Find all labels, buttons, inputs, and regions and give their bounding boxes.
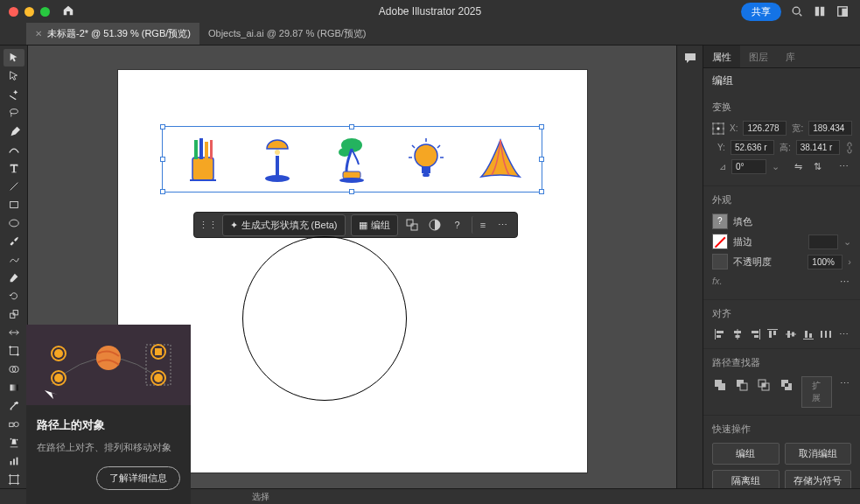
svg-rect-70 xyxy=(805,331,808,338)
x-field[interactable] xyxy=(743,121,787,136)
circle-path-object[interactable] xyxy=(242,236,407,401)
pen-tool[interactable] xyxy=(3,122,24,140)
rotate-tool[interactable] xyxy=(3,287,24,304)
opacity-swatch[interactable] xyxy=(712,254,728,270)
tab-properties[interactable]: 属性 xyxy=(703,46,740,67)
blend-tool[interactable] xyxy=(3,416,24,433)
handle-bm[interactable] xyxy=(349,189,354,194)
close-window[interactable] xyxy=(9,7,18,17)
intersect-icon[interactable] xyxy=(757,376,773,394)
direct-selection-tool[interactable] xyxy=(3,67,24,85)
exclude-icon[interactable] xyxy=(779,376,795,394)
ellipse-tool[interactable] xyxy=(3,214,24,232)
flip-vertical-icon[interactable]: ⇅ xyxy=(809,160,825,174)
more-options-icon[interactable]: ⋯ xyxy=(837,376,851,390)
handle-tr[interactable] xyxy=(539,124,544,130)
ungroup-button[interactable]: 取消编组 xyxy=(785,443,852,465)
more-icon[interactable]: ⋯ xyxy=(494,216,512,234)
artboard-tool[interactable] xyxy=(3,471,24,488)
scale-tool[interactable] xyxy=(3,305,24,323)
recolor-icon[interactable] xyxy=(426,216,444,234)
align-top-icon[interactable] xyxy=(766,327,780,341)
width-tool[interactable] xyxy=(3,324,24,341)
symbol-sprayer-tool[interactable] xyxy=(3,434,24,452)
chevron-down-icon[interactable]: ⌄ xyxy=(772,161,780,172)
selection-tool[interactable] xyxy=(3,49,24,66)
align-center-h-icon[interactable] xyxy=(730,327,745,341)
type-tool[interactable] xyxy=(3,159,24,177)
handle-rm[interactable] xyxy=(539,157,544,162)
rectangle-tool[interactable] xyxy=(3,196,24,214)
fill-swatch[interactable]: ? xyxy=(712,214,728,229)
share-button[interactable]: 共享 xyxy=(741,3,781,21)
generative-fill-button[interactable]: ✦ 生成式形状填充 (Beta) xyxy=(222,214,346,236)
svg-rect-75 xyxy=(740,383,747,390)
maximize-window[interactable] xyxy=(40,7,50,17)
height-field[interactable] xyxy=(796,140,840,155)
more-options-icon[interactable]: ⋯ xyxy=(836,160,851,174)
list-icon[interactable]: ≡ xyxy=(472,216,489,234)
tab-doc-2[interactable]: Objects_ai.ai @ 29.87 % (RGB/预览) xyxy=(199,23,375,45)
eraser-tool[interactable] xyxy=(3,269,24,286)
magic-wand-tool[interactable] xyxy=(3,86,24,103)
expand-button[interactable]: 扩展 xyxy=(801,376,833,408)
handle-tl[interactable] xyxy=(160,124,165,130)
save-symbol-button[interactable]: 存储为符号 xyxy=(785,470,852,488)
tab-layers[interactable]: 图层 xyxy=(740,46,777,67)
link-wh-icon[interactable] xyxy=(845,142,854,154)
arrange-icon[interactable] xyxy=(813,4,827,18)
handle-bl[interactable] xyxy=(160,189,165,194)
curvature-tool[interactable] xyxy=(3,141,24,158)
workspace-icon[interactable] xyxy=(836,4,850,18)
stroke-weight-field[interactable] xyxy=(808,234,838,249)
help-icon[interactable]: ? xyxy=(449,216,466,234)
unite-icon[interactable] xyxy=(712,376,729,394)
ungroup-icon[interactable] xyxy=(403,216,421,234)
more-options-icon[interactable]: ⋯ xyxy=(836,327,851,341)
fx-label[interactable]: fx. xyxy=(712,276,723,286)
learn-more-button[interactable]: 了解详细信息 xyxy=(96,466,180,490)
align-bottom-icon[interactable] xyxy=(801,327,815,341)
tab-doc-1[interactable]: ✕ 未标题-2* @ 51.39 % (RGB/预览) xyxy=(26,23,199,45)
y-field[interactable] xyxy=(731,140,774,155)
opacity-field[interactable] xyxy=(808,255,843,270)
drag-handle-icon[interactable]: ⋮⋮ xyxy=(199,216,217,234)
reference-point-icon[interactable] xyxy=(712,122,724,135)
search-icon[interactable] xyxy=(790,4,804,18)
gradient-tool[interactable] xyxy=(3,379,24,396)
align-right-icon[interactable] xyxy=(748,327,763,341)
lasso-tool[interactable] xyxy=(3,104,24,122)
shape-builder-tool[interactable] xyxy=(3,360,24,378)
home-icon[interactable] xyxy=(62,4,74,19)
flip-horizontal-icon[interactable]: ⇋ xyxy=(790,160,806,174)
group-button[interactable]: 编组 xyxy=(712,443,780,465)
more-options-icon[interactable]: ⋯ xyxy=(836,274,851,288)
eyedropper-tool[interactable] xyxy=(3,397,24,415)
tab-libraries[interactable]: 库 xyxy=(777,46,804,67)
svg-rect-61 xyxy=(752,331,759,333)
chevron-down-icon[interactable]: ⌄ xyxy=(843,236,851,248)
handle-lm[interactable] xyxy=(160,157,165,162)
minimize-window[interactable] xyxy=(24,7,34,17)
comment-icon[interactable] xyxy=(683,51,697,65)
y-label: Y: xyxy=(717,143,725,152)
chevron-right-icon[interactable]: › xyxy=(848,256,851,267)
line-tool[interactable] xyxy=(3,178,24,195)
align-left-icon[interactable] xyxy=(712,327,727,341)
paintbrush-tool[interactable] xyxy=(3,233,24,250)
handle-br[interactable] xyxy=(539,189,544,194)
selection-bounds[interactable] xyxy=(162,126,542,192)
group-button[interactable]: ▦ 编组 xyxy=(351,214,398,236)
shaper-tool[interactable] xyxy=(3,250,24,268)
stroke-swatch[interactable] xyxy=(712,234,728,249)
graph-tool[interactable] xyxy=(3,452,24,470)
isolate-button[interactable]: 隔离组 xyxy=(712,470,780,488)
free-transform-tool[interactable] xyxy=(3,342,24,360)
minus-front-icon[interactable] xyxy=(734,376,751,394)
handle-tm[interactable] xyxy=(349,124,354,130)
width-field[interactable] xyxy=(808,121,852,136)
rotate-field[interactable] xyxy=(731,159,766,174)
close-icon[interactable]: ✕ xyxy=(35,29,42,38)
distribute-icon[interactable] xyxy=(819,327,834,341)
align-center-v-icon[interactable] xyxy=(783,327,798,341)
